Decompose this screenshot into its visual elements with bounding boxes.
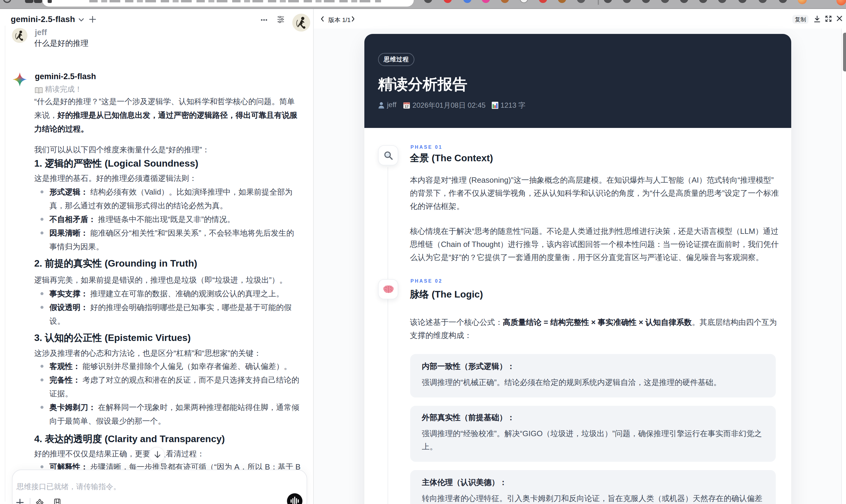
svg-text:17: 17 [405, 104, 408, 108]
